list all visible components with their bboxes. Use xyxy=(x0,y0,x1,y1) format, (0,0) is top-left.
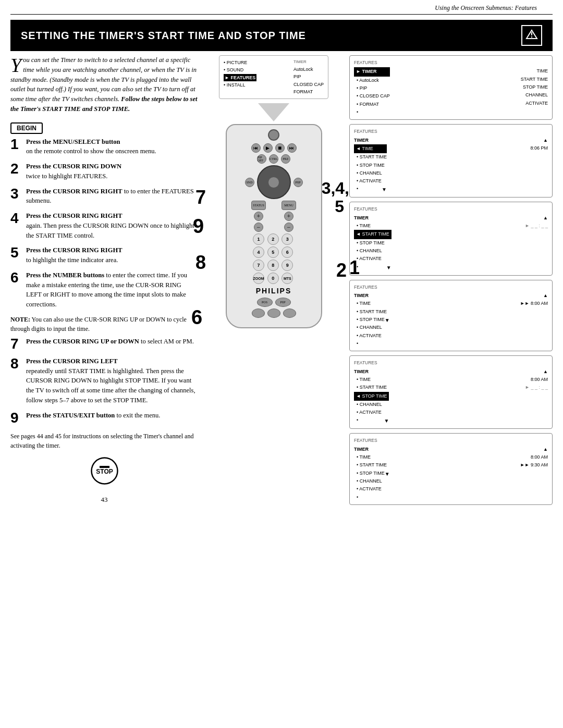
ms1-autolock: • AutoLock xyxy=(354,77,390,84)
power-button[interactable] xyxy=(268,129,279,141)
menu-item-pip: PIP xyxy=(293,73,324,80)
num-btn-8[interactable]: 8 xyxy=(267,260,279,271)
ms2-timer-label: TIMER ▲ xyxy=(354,137,548,144)
ms2-activate: • ACTIVATE xyxy=(354,177,387,185)
ms4-activate: • ACTIVATE xyxy=(354,332,390,340)
ms4-starttime-val: ►► 8:00 AM xyxy=(520,301,548,306)
right-column: FEATURES ► TIMER • AutoLock • PIP • CLOS… xyxy=(349,55,553,509)
sound-button[interactable]: SND xyxy=(245,178,254,187)
drop-cap: Y xyxy=(10,57,21,73)
remote-label-8: 8 xyxy=(195,252,206,274)
menu-item-features: ► FEATURES xyxy=(224,74,256,81)
ms5-stoptime-item: ◄ STOP TIME xyxy=(354,392,389,401)
ms1-closedcap: • CLOSED CAP xyxy=(354,92,390,100)
plus-right-button[interactable]: + xyxy=(284,212,293,221)
svg-text:STOP: STOP xyxy=(96,468,113,475)
step-1-number: 1 xyxy=(10,137,22,152)
step-2-text: Press the CURSOR RING DOWN twice to high… xyxy=(26,162,121,181)
remote-top xyxy=(232,129,316,141)
menu-item-closedcap: CLOSED CAP xyxy=(293,81,324,88)
step-1-title: Press the MENU/SELECT button xyxy=(26,138,120,145)
ms1-starttime-val: START TIME xyxy=(521,76,548,83)
fastfwd-button[interactable]: ⏭ xyxy=(287,143,297,153)
ms1-header: FEATURES xyxy=(354,59,548,66)
position-button[interactable]: POS xyxy=(257,298,273,307)
status-button[interactable]: STATUS xyxy=(251,201,266,210)
btn-control[interactable]: CTRL xyxy=(269,154,278,164)
title-icon xyxy=(521,25,542,46)
remote-label-9: 9 xyxy=(193,215,204,238)
oval-btn-3[interactable] xyxy=(283,309,296,318)
step-3-title: Press the CURSOR RING RIGHT xyxy=(26,188,123,195)
pip-button[interactable]: PIP xyxy=(293,178,303,187)
step-7: 7 Press the CURSOR RING UP or DOWN to se… xyxy=(10,337,198,351)
step-3-number: 3 xyxy=(10,187,22,201)
play-button[interactable]: ▶ xyxy=(263,143,273,153)
oval-btn-1[interactable] xyxy=(252,309,265,318)
step-6-title: Press the NUMBER buttons xyxy=(26,272,104,279)
ms4-starttime: • START TIME xyxy=(354,308,390,316)
num-btn-5[interactable]: 5 xyxy=(267,246,279,258)
menu-screen-1: FEATURES ► TIMER • AutoLock • PIP • CLOS… xyxy=(349,55,553,120)
num-btn-zoom[interactable]: ZOOM xyxy=(253,273,264,284)
ms6-channel: • CHANNEL xyxy=(354,477,390,485)
btn-freeze[interactable]: FRZ xyxy=(281,154,290,164)
num-btn-2[interactable]: 2 xyxy=(267,233,279,245)
ms6-header: FEATURES xyxy=(354,437,548,444)
step-8-number: 8 xyxy=(10,356,22,371)
menu-screen-3: FEATURES TIMER ▲ • TIME ◄ START TIME • S… xyxy=(349,202,553,275)
step-1-text: Press the MENU/SELECT button on the remo… xyxy=(26,137,156,157)
see-pages-text: See pages 44 and 45 for instructions on … xyxy=(10,431,198,450)
menu-select-button[interactable]: MENU xyxy=(282,201,296,210)
step-6-number: 6 xyxy=(10,270,22,285)
plus-button[interactable]: + xyxy=(254,212,263,221)
step-9: 9 Press the STATUS/EXIT button to exit t… xyxy=(10,411,198,425)
step-5-number: 5 xyxy=(10,245,22,260)
step-6: 6 Press the NUMBER buttons to enter the … xyxy=(10,270,198,310)
ms5-starttime: • START TIME xyxy=(354,384,389,391)
cursor-ring[interactable] xyxy=(257,165,291,199)
ms5-activate: • ACTIVATE xyxy=(354,409,389,416)
num-btn-1[interactable]: 1 xyxy=(253,233,264,245)
rewind-button[interactable]: ⏮ xyxy=(251,143,261,153)
svg-rect-4 xyxy=(100,466,109,468)
ms5-dots: ► _ _ : _ _ xyxy=(525,385,548,390)
num-btn-6[interactable]: 6 xyxy=(282,246,293,258)
ms5-empty: • ▼ xyxy=(354,416,389,424)
step-2-title: Press the CURSOR RING DOWN xyxy=(26,163,121,170)
oval-btn-2[interactable] xyxy=(267,309,280,318)
step-1-body: on the remote control to show the onscre… xyxy=(26,147,156,155)
step-2-body: twice to highlight FEATURES. xyxy=(26,172,107,180)
arrow-down-indicator xyxy=(258,103,289,121)
step-5: 5 Press the CURSOR RING RIGHT to highlig… xyxy=(10,245,198,265)
num-btn-mts[interactable]: MTS xyxy=(282,273,293,284)
step-7-title: Press the CURSOR RING UP or DOWN xyxy=(26,338,139,345)
pip2-button[interactable]: PIP xyxy=(275,298,291,307)
num-btn-7[interactable]: 7 xyxy=(253,260,264,271)
minus-right-button[interactable]: − xyxy=(284,223,293,232)
small-btns-row: PIP OFF CTRL FRZ xyxy=(232,154,316,164)
ms3-starttime-item: ◄ START TIME xyxy=(354,230,391,239)
status-menu-row: STATUS MENU xyxy=(232,201,316,210)
step-8-title: Press the CURSOR RING LEFT xyxy=(26,357,117,365)
stop-icon: STOP xyxy=(90,456,119,485)
num-btn-4[interactable]: 4 xyxy=(253,246,264,258)
nav-center-button[interactable] xyxy=(268,177,279,188)
ms1-format: • FORMAT xyxy=(354,101,390,108)
num-btn-0[interactable]: 0 xyxy=(267,273,279,284)
step-7-number: 7 xyxy=(10,337,22,351)
step-5-title: Press the CURSOR RING RIGHT xyxy=(26,246,123,254)
steps-list-cont: 7 Press the CURSOR RING UP or DOWN to se… xyxy=(10,337,198,425)
stop-button[interactable]: ⏹ xyxy=(275,143,285,153)
menu-col-left: • PICTURE • SOUND ► FEATURES • INSTALL xyxy=(224,59,256,95)
minus-button[interactable]: − xyxy=(254,223,263,232)
ms3-timer-label: TIMER ▲ xyxy=(354,214,548,222)
btn-pipoff[interactable]: PIP OFF xyxy=(257,154,266,164)
ms2-stoptime: • STOP TIME xyxy=(354,162,387,169)
step-8: 8 Press the CURSOR RING LEFT repeatedly … xyxy=(10,356,198,405)
num-btn-3[interactable]: 3 xyxy=(282,233,293,245)
num-btn-9[interactable]: 9 xyxy=(282,260,293,271)
remote-body: ⏮ ▶ ⏹ ⏭ PIP OFF CTRL FRZ SND xyxy=(226,124,322,328)
step-6-text: Press the NUMBER buttons to enter the co… xyxy=(26,270,198,310)
left-column: Y ou can set the Timer to switch to a se… xyxy=(10,55,198,509)
